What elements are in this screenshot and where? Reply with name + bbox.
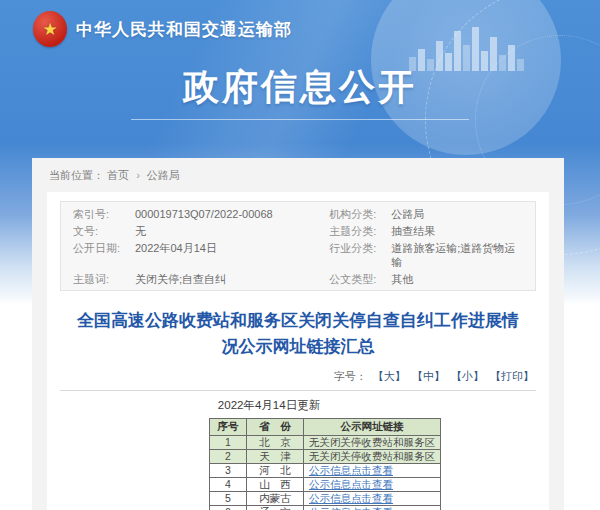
row-province: 辽 宁 bbox=[247, 505, 304, 510]
breadcrumb-home-link[interactable]: 首页 bbox=[107, 169, 129, 181]
row-note: 无关闭关停收费站和服务区 bbox=[304, 449, 441, 463]
breadcrumb: 当前位置： 首页 › 公路局 bbox=[32, 158, 564, 192]
table-row-liaoning: 6 辽 宁 公示信息点击查看 bbox=[210, 505, 441, 510]
publicity-link-hebei[interactable]: 公示信息点击查看 bbox=[309, 464, 393, 476]
row-no: 2 bbox=[210, 449, 247, 463]
meta-row-industry-category: 行业分类: 道路旅客运输;道路货物运输 bbox=[321, 239, 531, 270]
col-header-province: 省 份 bbox=[247, 418, 304, 435]
font-size-controls: 字号： 【大】 【中】 【小】 【打印】 bbox=[60, 361, 536, 389]
meta-row-topic-category: 主题分类: 抽查结果 bbox=[321, 222, 531, 239]
content-card: 当前位置： 首页 › 公路局 索引号: 000019713Q07/2022-00… bbox=[32, 158, 564, 510]
star-icon: ★ bbox=[42, 21, 57, 38]
publicity-link-shanxi[interactable]: 公示信息点击查看 bbox=[309, 478, 393, 490]
national-emblem-icon: ★ bbox=[33, 11, 67, 47]
table-row-neimenggu: 5 内蒙古 公示信息点击查看 bbox=[210, 491, 441, 505]
publicity-link-liaoning[interactable]: 公示信息点击查看 bbox=[309, 506, 393, 510]
meta-row-publish-date: 公开日期: 2022年04月14日 bbox=[65, 239, 321, 270]
banner-underline bbox=[131, 119, 469, 120]
meta-row-org-category: 机构分类: 公路局 bbox=[321, 205, 531, 222]
row-province: 天 津 bbox=[247, 449, 304, 463]
col-header-no: 序号 bbox=[210, 418, 247, 435]
site-logo-link[interactable]: ★ 中华人民共和国交通运输部 bbox=[33, 11, 292, 47]
document-title: 全国高速公路收费站和服务区关闭关停自查自纠工作进展情况公示网址链接汇总 bbox=[76, 308, 520, 361]
row-province: 河 北 bbox=[247, 463, 304, 477]
row-no: 4 bbox=[210, 477, 247, 491]
table-row-tianjin: 2 天 津 无关闭关停收费站和服务区 bbox=[210, 449, 441, 463]
article-panel: 索引号: 000019713Q07/2022-00068 机构分类: 公路局 文… bbox=[47, 192, 549, 510]
meta-row-keywords: 主题词: 关闭关停;自查自纠 bbox=[65, 270, 321, 287]
banner-page-title: 政府信息公开 bbox=[0, 63, 600, 112]
row-no: 5 bbox=[210, 491, 247, 505]
meta-row-index-no: 索引号: 000019713Q07/2022-00068 bbox=[65, 205, 321, 222]
print-button[interactable]: 【打印】 bbox=[490, 370, 534, 382]
update-date: 2022年4月14日更新 bbox=[47, 391, 507, 418]
document-metadata-box: 索引号: 000019713Q07/2022-00068 机构分类: 公路局 文… bbox=[60, 201, 536, 291]
table-row-hebei: 3 河 北 公示信息点击查看 bbox=[210, 463, 441, 477]
page: ★ 中华人民共和国交通运输部 政府信息公开 当前位置： 首页 › 公路局 索引号… bbox=[0, 0, 600, 510]
font-small-button[interactable]: 【小】 bbox=[451, 370, 484, 382]
meta-row-doc-type: 公文类型: 其他 bbox=[321, 270, 531, 287]
font-medium-button[interactable]: 【中】 bbox=[412, 370, 445, 382]
breadcrumb-separator: › bbox=[136, 169, 140, 181]
row-province: 山 西 bbox=[247, 477, 304, 491]
row-note: 无关闭关停收费站和服务区 bbox=[304, 435, 441, 449]
row-province: 内蒙古 bbox=[247, 491, 304, 505]
font-large-button[interactable]: 【大】 bbox=[373, 370, 406, 382]
table-header-row: 序号 省 份 公示网址链接 bbox=[210, 418, 441, 435]
meta-row-doc-no: 文号: 无 bbox=[65, 222, 321, 239]
row-no: 1 bbox=[210, 435, 247, 449]
site-name: 中华人民共和国交通运输部 bbox=[76, 18, 292, 41]
publicity-link-neimenggu[interactable]: 公示信息点击查看 bbox=[309, 492, 393, 504]
breadcrumb-prefix: 当前位置： bbox=[49, 169, 104, 181]
font-size-label: 字号： bbox=[334, 370, 367, 382]
row-province: 北 京 bbox=[247, 435, 304, 449]
col-header-link: 公示网址链接 bbox=[304, 418, 441, 435]
table-row-shanxi: 4 山 西 公示信息点击查看 bbox=[210, 477, 441, 491]
row-no: 3 bbox=[210, 463, 247, 477]
table-row-beijing: 1 北 京 无关闭关停收费站和服务区 bbox=[210, 435, 441, 449]
breadcrumb-current-link[interactable]: 公路局 bbox=[147, 169, 180, 181]
row-no: 6 bbox=[210, 505, 247, 510]
publicity-links-table: 序号 省 份 公示网址链接 1 北 京 无关闭关停收费站和服务区 2 天 津 无… bbox=[209, 418, 441, 510]
